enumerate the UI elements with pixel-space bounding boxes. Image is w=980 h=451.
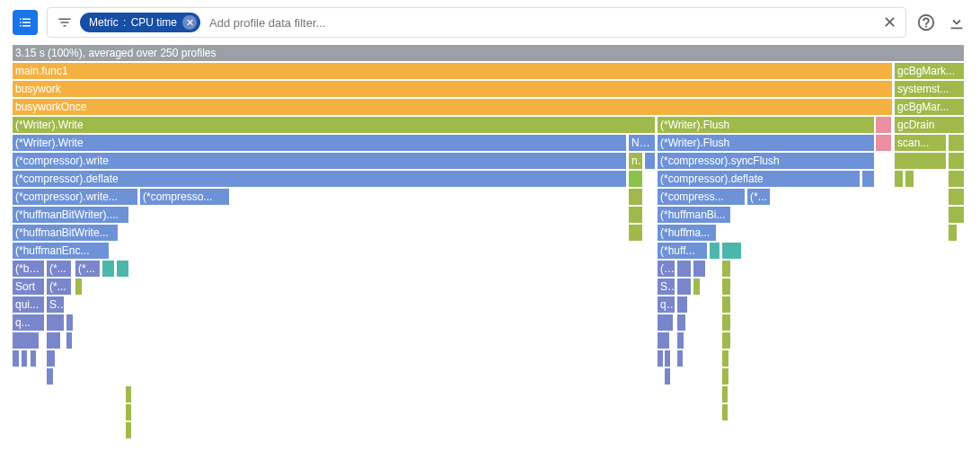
flame-bar[interactable]: (*... (747, 189, 771, 206)
flame-bar[interactable]: (*compressor).syncFlush (658, 153, 875, 170)
flame-bar[interactable]: (*Writer).Write (13, 117, 656, 134)
flame-bar[interactable]: (*by... (13, 261, 45, 278)
flame-bar[interactable] (126, 404, 132, 421)
flame-bar[interactable] (658, 350, 664, 367)
flame-bar[interactable] (949, 171, 965, 188)
flame-bar[interactable]: (*huffmanBitWriter).... (13, 207, 129, 224)
flame-bar[interactable] (665, 350, 671, 367)
flame-bar[interactable]: (*compressor).deflate (13, 171, 627, 188)
flame-bar[interactable]: (*compressor).write... (13, 189, 138, 206)
flame-bar[interactable] (722, 261, 731, 278)
flame-bar[interactable]: (*compressor).write (13, 153, 627, 170)
flame-bar[interactable] (949, 153, 965, 170)
flame-bar[interactable] (677, 314, 686, 332)
flame-bar[interactable]: gcDrain (895, 117, 965, 134)
flame-bar[interactable]: (*... (75, 261, 101, 278)
flame-bar[interactable] (862, 171, 875, 188)
flame-bar[interactable] (75, 279, 83, 296)
flame-bar[interactable] (665, 368, 671, 385)
flame-bar[interactable] (658, 332, 670, 349)
flame-bar[interactable]: Sort (13, 279, 45, 296)
flame-bar[interactable] (693, 261, 706, 278)
flame-bar[interactable] (722, 243, 742, 260)
flame-bar[interactable] (693, 279, 701, 296)
list-view-button[interactable] (13, 10, 38, 35)
flame-bar[interactable]: scan... (895, 135, 947, 152)
flame-bar[interactable] (895, 171, 904, 188)
flame-bar[interactable] (117, 261, 129, 278)
flame-bar[interactable]: (*huffmanEnc... (13, 243, 110, 260)
flame-bar[interactable]: (*... (47, 279, 72, 296)
flame-bar[interactable] (645, 153, 656, 170)
chip-remove-icon[interactable]: ✕ (182, 15, 197, 30)
download-button[interactable] (946, 12, 967, 33)
flame-bar[interactable]: (*compresso... (140, 189, 230, 206)
flame-bar[interactable]: (*huffma... (658, 225, 717, 242)
flame-bar[interactable] (629, 189, 643, 206)
flame-bar[interactable] (949, 189, 965, 206)
flame-bar[interactable]: (*compressor).deflate (658, 171, 861, 188)
flame-bar[interactable] (677, 350, 684, 367)
flame-bar[interactable] (102, 261, 115, 278)
flame-bar[interactable] (677, 279, 692, 296)
flame-bar[interactable] (13, 332, 40, 349)
flame-bar[interactable]: busyworkOnce (13, 99, 893, 116)
help-button[interactable] (915, 12, 937, 33)
flame-bar[interactable] (876, 135, 892, 152)
flame-bar[interactable]: n... (629, 153, 643, 170)
flame-bar[interactable] (722, 314, 731, 332)
flame-bar[interactable] (722, 386, 728, 403)
flame-bar[interactable]: main.func1 (13, 63, 893, 80)
flame-bar[interactable]: (*compress... (658, 189, 746, 206)
flame-bar[interactable]: S... (658, 279, 675, 296)
flame-bar[interactable] (47, 368, 54, 385)
flame-bar[interactable] (13, 350, 20, 367)
flame-bar[interactable]: (... (658, 261, 675, 278)
flame-bar[interactable] (949, 135, 965, 152)
clear-icon[interactable]: ✕ (883, 13, 896, 32)
flame-bar[interactable] (658, 314, 674, 332)
flame-bar[interactable] (722, 368, 729, 385)
flame-bar[interactable]: busywork (13, 81, 893, 98)
flame-bar[interactable] (126, 422, 132, 439)
flame-bar[interactable]: S... (47, 296, 65, 314)
flame-bar[interactable]: (*... (47, 261, 72, 278)
flame-bar[interactable] (677, 296, 688, 314)
flame-bar[interactable] (677, 332, 684, 349)
flame-bar[interactable]: qui... (13, 296, 45, 314)
flame-bar[interactable] (126, 386, 132, 403)
flame-graph[interactable]: 3.15 s (100%), averaged over 250 profile… (13, 45, 967, 440)
flame-bar[interactable]: Ne... (629, 135, 656, 152)
flame-bar[interactable] (629, 171, 643, 188)
flame-bar[interactable] (949, 207, 965, 224)
flame-bar[interactable] (876, 117, 892, 134)
flame-bar[interactable] (66, 332, 73, 349)
flame-bar[interactable] (629, 207, 643, 224)
flame-bar[interactable] (47, 314, 65, 332)
flame-bar[interactable] (31, 350, 37, 367)
flame-bar[interactable] (710, 243, 720, 260)
flame-bar[interactable]: (*huff... (658, 243, 708, 260)
flame-bar[interactable] (722, 404, 728, 421)
flame-bar[interactable] (722, 350, 729, 367)
flame-bar[interactable]: (*huffmanBi... (658, 207, 731, 224)
flame-bar[interactable]: (*Writer).Write (13, 135, 627, 152)
flame-bar[interactable]: gcBgMar... (895, 99, 965, 116)
flame-bar[interactable] (47, 350, 56, 367)
metric-chip[interactable]: Metric : CPU time ✕ (80, 13, 200, 32)
flame-bar[interactable]: 3.15 s (100%), averaged over 250 profile… (13, 45, 965, 62)
flame-bar[interactable]: (*Writer).Flush (658, 135, 875, 152)
flame-bar[interactable] (629, 225, 643, 242)
flame-bar[interactable] (722, 296, 731, 314)
flame-bar[interactable]: (*Writer).Flush (658, 117, 875, 134)
flame-bar[interactable] (949, 225, 958, 242)
flame-bar[interactable]: q... (658, 296, 675, 314)
flame-bar[interactable] (47, 332, 61, 349)
flame-bar[interactable] (905, 171, 914, 188)
flame-bar[interactable] (66, 314, 74, 332)
flame-bar[interactable] (722, 279, 731, 296)
flame-bar[interactable] (895, 153, 947, 170)
flame-bar[interactable]: systemst... (895, 81, 965, 98)
filter-input[interactable] (207, 15, 876, 31)
flame-bar[interactable] (22, 350, 28, 367)
